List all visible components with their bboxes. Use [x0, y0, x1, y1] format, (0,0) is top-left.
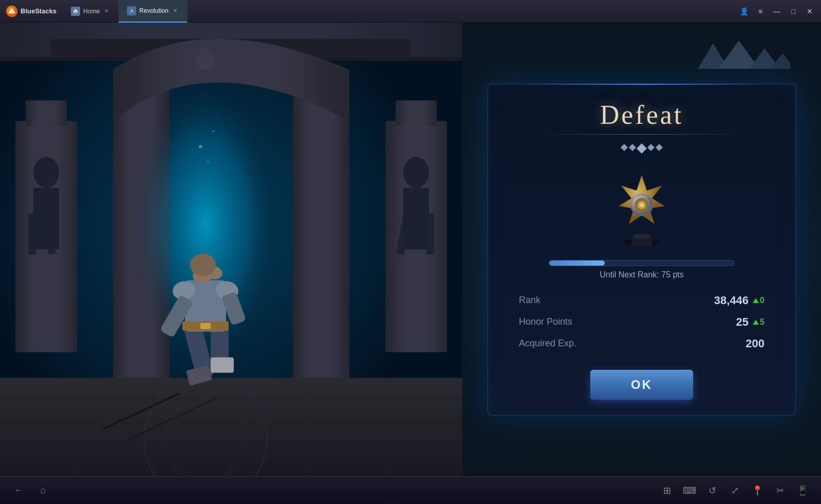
honor-value-group: 25 5 — [707, 315, 764, 329]
rank-progress-bar — [549, 260, 735, 266]
scissors-icon[interactable]: ✂ — [772, 482, 788, 499]
svg-rect-67 — [634, 234, 649, 238]
honor-change-arrow — [753, 320, 759, 325]
svg-point-26 — [199, 145, 202, 148]
diamond-1 — [621, 143, 628, 151]
panel-top-decoration — [519, 84, 764, 85]
svg-point-15 — [403, 157, 429, 188]
home-tab-close[interactable]: ✕ — [103, 8, 110, 15]
title-divider — [535, 134, 748, 135]
medal-container — [603, 162, 680, 255]
taskbar-right: ⊞ ⌨ ↺ ⤢ 📍 ✂ 📱 — [659, 482, 811, 499]
exp-value: 200 — [723, 337, 764, 350]
game-scene — [0, 23, 462, 476]
keyboard-icon[interactable]: ⌨ — [681, 482, 698, 499]
bluestacks-logo-icon — [6, 6, 17, 17]
svg-point-28 — [207, 161, 209, 163]
rank-change: 0 — [753, 296, 764, 305]
home-icon[interactable]: ⌂ — [35, 482, 51, 499]
profile-button[interactable]: 👤 — [737, 4, 751, 18]
exp-label: Acquired Exp. — [519, 338, 576, 349]
window-controls: 👤 ≡ — □ ✕ — [737, 4, 821, 18]
arch-svg — [0, 23, 462, 476]
svg-point-9 — [33, 157, 59, 188]
title-bar-left: BlueStacks 🏠 Home ✕ ⚔ Revolution ✕ — [0, 0, 737, 23]
diamond-4 — [656, 143, 663, 151]
honor-value: 25 — [707, 315, 749, 329]
ok-button[interactable]: OK — [590, 370, 693, 400]
location-icon[interactable]: 📍 — [749, 482, 766, 499]
fullscreen-icon[interactable]: ⤢ — [726, 482, 743, 499]
svg-rect-14 — [396, 101, 437, 126]
honor-change-value: 5 — [760, 318, 764, 327]
rank-progress-fill — [549, 260, 605, 266]
maximize-button[interactable]: □ — [786, 4, 800, 18]
svg-rect-8 — [26, 101, 67, 126]
minimize-button[interactable]: — — [770, 4, 784, 18]
diamond-2 — [629, 143, 636, 151]
tab-home[interactable]: 🏠 Home ✕ — [63, 0, 119, 23]
honor-label: Honor Points — [519, 316, 572, 327]
honor-change: 5 — [753, 318, 764, 327]
home-tab-icon: 🏠 — [71, 7, 80, 16]
svg-rect-11 — [28, 214, 36, 255]
defeat-result-panel: Defeat — [488, 84, 796, 416]
svg-rect-45 — [200, 323, 211, 329]
diamond-center — [637, 143, 647, 154]
rank-label: Rank — [519, 295, 540, 306]
exp-value-group: 200 — [723, 337, 764, 350]
back-icon[interactable]: ← — [10, 482, 27, 499]
game-result-panel: Defeat — [462, 23, 821, 476]
diamond-decorations — [622, 145, 662, 152]
rank-change-value: 0 — [760, 296, 764, 305]
tab-revolution[interactable]: ⚔ Revolution ✕ — [119, 0, 188, 23]
until-next-rank-text: Until Next Rank: 75 pts — [600, 270, 684, 279]
taskbar-left: ← ⌂ — [10, 482, 51, 499]
stats-table: Rank 38,446 0 Honor Points 25 — [509, 290, 775, 354]
medal-icon — [603, 170, 680, 247]
revolution-tab-close[interactable]: ✕ — [172, 7, 179, 14]
diamond-3 — [647, 143, 655, 151]
svg-rect-42 — [211, 358, 234, 373]
stat-row-honor: Honor Points 25 5 — [509, 311, 775, 333]
bluestacks-name: BlueStacks — [21, 7, 57, 15]
menu-button[interactable]: ≡ — [753, 4, 768, 18]
stat-row-rank: Rank 38,446 0 — [509, 290, 775, 311]
title-bar: BlueStacks 🏠 Home ✕ ⚔ Revolution ✕ 👤 ≡ —… — [0, 0, 821, 23]
svg-rect-17 — [426, 214, 434, 255]
close-button[interactable]: ✕ — [803, 4, 817, 18]
taskbar: ← ⌂ ⊞ ⌨ ↺ ⤢ 📍 ✂ 📱 — [0, 476, 821, 504]
top-decoration — [687, 38, 790, 69]
dungeon-scene — [0, 23, 462, 476]
rank-value-group: 38,446 0 — [707, 294, 764, 307]
revolution-tab-icon: ⚔ — [127, 6, 136, 15]
stat-row-exp: Acquired Exp. 200 — [509, 333, 775, 354]
grid-icon[interactable]: ⊞ — [659, 482, 675, 499]
main-content: Defeat — [0, 23, 821, 476]
progress-area: Until Next Rank: 75 pts — [509, 260, 775, 279]
revolution-tab-label: Revolution — [139, 7, 169, 14]
svg-rect-22 — [293, 70, 349, 430]
home-tab-label: Home — [83, 8, 100, 15]
svg-point-63 — [640, 203, 644, 207]
rotate-icon[interactable]: ↺ — [704, 482, 720, 499]
bluestacks-logo: BlueStacks — [0, 0, 63, 23]
rank-change-arrow — [753, 298, 759, 303]
svg-point-27 — [212, 130, 214, 133]
svg-point-52 — [190, 254, 216, 276]
phone-icon[interactable]: 📱 — [794, 482, 811, 499]
rank-value: 38,446 — [707, 294, 749, 307]
defeat-title: Defeat — [600, 100, 684, 130]
